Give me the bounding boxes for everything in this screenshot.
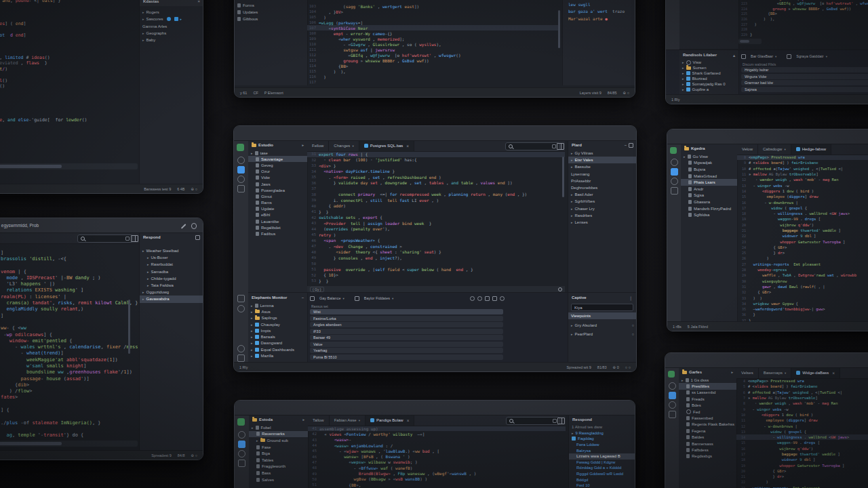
- breadcrumb[interactable]: ( Gy ): [310, 287, 324, 292]
- tree-item[interactable]: Bujsra: [681, 166, 737, 173]
- search-input[interactable]: [505, 142, 559, 150]
- tree-item[interactable]: Balzysa: [569, 447, 635, 453]
- tab[interactable]: Tallow: [308, 415, 330, 426]
- titlebar[interactable]: [665, 353, 868, 368]
- titlebar[interactable]: [235, 401, 635, 415]
- tree-item[interactable]: 1 Almud tes dww: [569, 424, 635, 430]
- tree-item[interactable]: ▸1 Gs dsss: [679, 377, 736, 383]
- tab[interactable]: Hedge-fabsw: [791, 144, 831, 155]
- debug-icon[interactable]: [237, 176, 245, 183]
- tree-item[interactable]: ▸Chausplay: [248, 321, 307, 327]
- tab[interactable]: Fabian Asse▾: [330, 415, 366, 426]
- tree-item[interactable]: Ravenmarks: [249, 431, 308, 438]
- monitor-header[interactable]: Randisols Lilaber▴: [679, 50, 738, 60]
- tree-item[interactable]: Rdzddag Gdd a + Kdddd: [569, 465, 635, 471]
- tab[interactable]: Fellow: [307, 140, 329, 151]
- tree-item[interactable]: ▸Asus: [248, 308, 307, 314]
- tree-item[interactable]: ▸tase: [248, 150, 307, 156]
- explorer-icon-active[interactable]: [237, 166, 245, 174]
- tree-item[interactable]: ▸Weather Steelbad: [140, 247, 203, 254]
- tree-item[interactable]: PriAssebbr: [568, 178, 637, 184]
- tree-item[interactable]: ▸Ground sub: [249, 437, 308, 444]
- tree-item[interactable]: Fassembed: [679, 415, 736, 421]
- edit-icon[interactable]: [180, 224, 186, 228]
- respond-header[interactable]: Resspond: [569, 415, 635, 424]
- captive-selected-item[interactable]: Viewpoints: [568, 312, 636, 319]
- tree-item[interactable]: Salves: [249, 476, 308, 483]
- tree-item[interactable]: ▸Bluztrad: [679, 76, 738, 81]
- result-row[interactable]: Wist: [310, 309, 503, 314]
- tree-item[interactable]: Gbaswra: [681, 199, 737, 205]
- app-logo-icon[interactable]: [237, 418, 245, 426]
- gear-icon[interactable]: [237, 354, 245, 362]
- close-tab-icon[interactable]: ×: [832, 371, 835, 375]
- vertical-scrollbar[interactable]: [558, 10, 560, 48]
- explorer-header[interactable]: Estoda▸: [249, 415, 308, 424]
- close-tab-icon[interactable]: ×: [406, 144, 409, 148]
- tab[interactable]: Basemaps▾: [759, 367, 792, 378]
- tree-item[interactable]: Fagddag: [569, 436, 635, 442]
- explorer-icon-active[interactable]: [669, 392, 676, 399]
- tree-item[interactable]: Arsdr: [681, 186, 737, 192]
- tree-item[interactable]: ▸Bassube: [568, 163, 637, 170]
- tree-item[interactable]: Fafbdess: [679, 447, 736, 453]
- tree-item[interactable]: Jaws: [248, 181, 307, 187]
- tree-item[interactable]: Tables: [249, 457, 308, 464]
- tree-item[interactable]: Sauvantage: [248, 156, 307, 162]
- tree-item[interactable]: eBihl: [248, 212, 307, 218]
- result-row[interactable]: Value: [310, 342, 503, 347]
- extensions-icon[interactable]: [237, 185, 245, 192]
- mini-scrollbar[interactable]: [738, 39, 762, 44]
- debug-icon[interactable]: [669, 401, 676, 409]
- search-input[interactable]: [506, 417, 560, 425]
- bottom-tab[interactable]: Baylor Fiddates▾: [361, 296, 397, 300]
- tree-item[interactable]: Fase: [249, 444, 308, 451]
- captive-search-input[interactable]: Kiya: [571, 304, 633, 311]
- tree-item[interactable]: Regdssbgs: [679, 453, 736, 460]
- result-row[interactable]: Wrguza Vidw: [741, 74, 868, 79]
- code-editor[interactable]: 8<empPage> Prestressed wra9# <slides boa…: [737, 155, 868, 321]
- tree-item[interactable]: Regents Flask Bakehss: [679, 422, 736, 428]
- tree-item[interactable]: Fwd 10: [569, 483, 635, 488]
- explorer-header[interactable]: Garfes▸: [679, 367, 736, 377]
- tree-item[interactable]: Gibbous: [235, 16, 307, 22]
- step-icon[interactable]: [477, 296, 482, 301]
- tree-item[interactable]: ▸PearPlard○: [568, 329, 636, 338]
- tree-item[interactable]: ▸Rawrbuddat: [140, 261, 203, 268]
- tab[interactable]: Velses: [736, 367, 759, 378]
- tree-item[interactable]: ▸Suzsen: [679, 65, 738, 70]
- result-row[interactable]: Hrigably lsdrar: [741, 67, 868, 73]
- tree-item[interactable]: Baldes: [679, 434, 736, 441]
- tab[interactable]: Pandigs Bolaw×: [366, 415, 415, 426]
- tree-item[interactable]: Fwra Lddww: [569, 442, 635, 448]
- tree-item[interactable]: ▸Shark Garfaxed: [679, 70, 738, 76]
- tree-item[interactable]: PrestWes: [679, 383, 736, 389]
- tab[interactable]: Widge-daBass×: [791, 367, 840, 378]
- layout-icon[interactable]: [629, 143, 633, 148]
- search-icon[interactable]: [237, 157, 245, 164]
- more-icon[interactable]: [500, 296, 505, 301]
- tree-item[interactable]: ▸Ogguztduwg: [140, 289, 203, 296]
- app-logo-icon[interactable]: [237, 144, 244, 151]
- close-icon[interactable]: ×: [197, 0, 200, 3]
- help-icon[interactable]: [237, 305, 245, 312]
- code-editor[interactable]: 41assemblage assessing up)42 « views <Fo…: [308, 426, 566, 488]
- media-play-icon[interactable]: [167, 17, 171, 21]
- explorer-icon-active[interactable]: [238, 441, 245, 448]
- tree-item[interactable]: ▸Rasdrbes: [568, 212, 637, 219]
- tree-item[interactable]: ▸Tata Fwldwa: [140, 282, 203, 289]
- tree-item[interactable]: Deghronebbes: [568, 184, 637, 191]
- tree-item[interactable]: ▸Us-Boxer: [140, 254, 203, 261]
- bottom-tab[interactable]: Sgraya Gatddatr▾: [793, 54, 831, 58]
- tree-item[interactable]: Rams: [248, 200, 307, 206]
- tree-item[interactable]: Mandsrb FlzzyPadrd: [681, 205, 737, 212]
- tree-item[interactable]: ▸Chaser Lry: [568, 205, 637, 212]
- tree-item[interactable]: Fegena: [679, 428, 736, 434]
- result-row[interactable]: Bazaar 49: [310, 335, 503, 340]
- kebab-menu-icon[interactable]: ⋮: [629, 296, 633, 300]
- monitor-header[interactable]: Elephants Monitor–: [248, 293, 307, 302]
- extensions-icon[interactable]: [671, 187, 678, 195]
- tree-item[interactable]: Freads: [679, 396, 736, 402]
- search-icon[interactable]: [671, 159, 678, 166]
- tree-item[interactable]: ▸Baby: [140, 37, 203, 43]
